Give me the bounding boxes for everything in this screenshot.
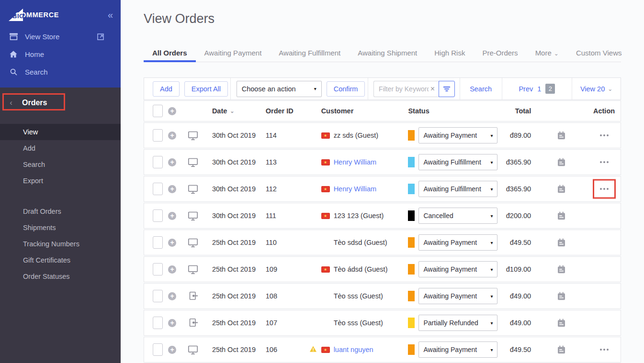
- view-store-label: View Store: [25, 33, 59, 41]
- expand-row-icon[interactable]: +: [168, 292, 176, 300]
- order-notes-calendar-icon[interactable]: [556, 238, 566, 248]
- order-status-select[interactable]: Awaiting Payment ▾: [418, 288, 497, 304]
- order-notes-calendar-icon[interactable]: [556, 345, 566, 355]
- order-status-select[interactable]: Awaiting Payment ▾: [418, 341, 497, 358]
- tab-high-risk[interactable]: High Risk: [426, 46, 474, 62]
- order-status-select[interactable]: Awaiting Payment ▾: [418, 261, 497, 277]
- select-caret-icon: ▾: [314, 86, 316, 91]
- collapse-sidebar-icon[interactable]: «: [108, 10, 113, 20]
- expand-row-icon[interactable]: +: [168, 212, 176, 220]
- expand-row-icon[interactable]: +: [168, 239, 176, 247]
- order-notes-calendar-icon[interactable]: [556, 318, 566, 328]
- vietnam-flag-icon: ★: [321, 159, 330, 165]
- customer-name[interactable]: luant nguyen: [334, 346, 373, 353]
- orders-toolbar: Add Export All Choose an action ▾ Confir…: [144, 77, 621, 100]
- sidebar-item-shipments[interactable]: Shipments: [0, 220, 121, 236]
- order-status-select[interactable]: Awaiting Fulfillment ▾: [418, 181, 497, 197]
- row-actions-button[interactable]: [598, 132, 610, 139]
- tab-custom-views[interactable]: Custom Views: [567, 46, 631, 62]
- status-color-indicator: [408, 237, 415, 248]
- order-status-value: Awaiting Payment: [423, 292, 477, 300]
- row-checkbox[interactable]: [153, 129, 163, 142]
- order-notes-calendar-icon[interactable]: [556, 211, 566, 221]
- order-id: 114: [266, 132, 314, 139]
- advanced-filter-button[interactable]: [439, 81, 455, 97]
- tab-more[interactable]: More⌄: [527, 46, 567, 62]
- tab-awaiting-fulfillment[interactable]: Awaiting Fulfillment: [270, 46, 349, 62]
- order-status-select[interactable]: Partially Refunded ▾: [418, 315, 497, 331]
- status-color-indicator: [408, 291, 415, 301]
- order-status-select[interactable]: Awaiting Fulfillment ▾: [418, 154, 497, 170]
- sidebar-item-export[interactable]: Export: [0, 173, 121, 189]
- view-per-page-dropdown[interactable]: View 20: [580, 85, 605, 93]
- row-actions-button[interactable]: [598, 158, 610, 166]
- row-checkbox[interactable]: [153, 183, 163, 195]
- filter-keyword-input[interactable]: Filter by Keyword ×: [373, 81, 439, 97]
- status-color-indicator: [408, 157, 415, 167]
- confirm-button[interactable]: Confirm: [327, 81, 365, 97]
- customer-name[interactable]: Henry William: [334, 185, 376, 193]
- tab-pre-orders[interactable]: Pre-Orders: [474, 46, 526, 62]
- row-actions-button[interactable]: [598, 185, 610, 193]
- expand-row-icon[interactable]: +: [168, 158, 176, 166]
- expand-all-icon[interactable]: +: [168, 107, 176, 115]
- sidebar-orders-section: ‹ Orders ViewAddSearchExport Draft Order…: [0, 88, 121, 285]
- row-checkbox[interactable]: [153, 317, 163, 329]
- tab-all-orders[interactable]: All Orders: [144, 46, 196, 62]
- row-checkbox[interactable]: [153, 156, 163, 168]
- header-order-id[interactable]: Order ID: [266, 107, 314, 115]
- status-color-indicator: [408, 264, 415, 275]
- sidebar-item-order-statuses[interactable]: Order Statuses: [0, 268, 121, 285]
- order-notes-calendar-icon[interactable]: [556, 157, 566, 167]
- row-checkbox[interactable]: [153, 209, 163, 222]
- sidebar-section-orders[interactable]: ‹ Orders: [0, 94, 121, 111]
- page-1-link[interactable]: 1: [537, 85, 541, 93]
- back-chevron-icon[interactable]: ‹: [5, 98, 17, 108]
- expand-row-icon[interactable]: +: [168, 132, 176, 140]
- sidebar-item-gift-certificates[interactable]: Gift Certificates: [0, 252, 121, 268]
- row-checkbox[interactable]: [153, 236, 163, 249]
- row-checkbox[interactable]: [153, 263, 163, 275]
- row-checkbox[interactable]: [153, 343, 163, 356]
- order-notes-calendar-icon[interactable]: [556, 264, 566, 275]
- order-status-select[interactable]: Cancelled ▾: [418, 208, 497, 224]
- search-link[interactable]: Search: [470, 85, 492, 93]
- clear-filter-icon[interactable]: ×: [429, 85, 435, 93]
- row-actions-button[interactable]: [598, 346, 610, 353]
- tab-awaiting-shipment[interactable]: Awaiting Shipment: [349, 46, 426, 62]
- order-date: 25th Oct 2019: [212, 292, 266, 300]
- sidebar-item-home[interactable]: Home: [0, 45, 121, 63]
- order-notes-calendar-icon[interactable]: [556, 184, 566, 194]
- sidebar-item-tracking-numbers[interactable]: Tracking Numbers: [0, 236, 121, 252]
- header-customer[interactable]: Customer: [314, 107, 408, 115]
- tab-awaiting-payment[interactable]: Awaiting Payment: [196, 46, 271, 62]
- customer-name[interactable]: Henry William: [334, 158, 376, 166]
- row-checkbox[interactable]: [153, 290, 163, 302]
- bulk-action-select[interactable]: Choose an action ▾: [237, 81, 322, 97]
- sidebar-item-search[interactable]: Search: [0, 156, 121, 173]
- order-status-select[interactable]: Awaiting Payment ▾: [418, 234, 497, 251]
- select-all-checkbox[interactable]: [153, 105, 163, 117]
- order-status-value: Awaiting Payment: [423, 265, 477, 273]
- sidebar-item-view-store[interactable]: View Store: [0, 28, 121, 45]
- sidebar-item-draft-orders[interactable]: Draft Orders: [0, 203, 121, 220]
- order-total: đ109.00: [500, 265, 535, 273]
- header-action: Action: [588, 107, 621, 115]
- export-all-button[interactable]: Export All: [184, 81, 228, 97]
- sidebar-item-add[interactable]: Add: [0, 140, 121, 156]
- header-total[interactable]: Total: [500, 107, 535, 115]
- sidebar-item-search[interactable]: Search: [0, 63, 121, 81]
- expand-row-icon[interactable]: +: [168, 185, 176, 193]
- expand-row-icon[interactable]: +: [168, 319, 176, 327]
- order-status-select[interactable]: Awaiting Payment ▾: [418, 127, 497, 143]
- header-status[interactable]: Status: [408, 107, 500, 115]
- expand-row-icon[interactable]: +: [168, 265, 176, 274]
- sidebar-item-view[interactable]: View: [0, 124, 121, 140]
- header-date[interactable]: Date: [212, 107, 227, 115]
- expand-row-icon[interactable]: +: [168, 346, 176, 354]
- order-date: 25th Oct 2019: [212, 265, 266, 273]
- order-notes-calendar-icon[interactable]: [556, 291, 566, 301]
- prev-page-link[interactable]: Prev: [519, 85, 533, 93]
- order-notes-calendar-icon[interactable]: [556, 131, 566, 141]
- add-order-button[interactable]: Add: [153, 81, 180, 97]
